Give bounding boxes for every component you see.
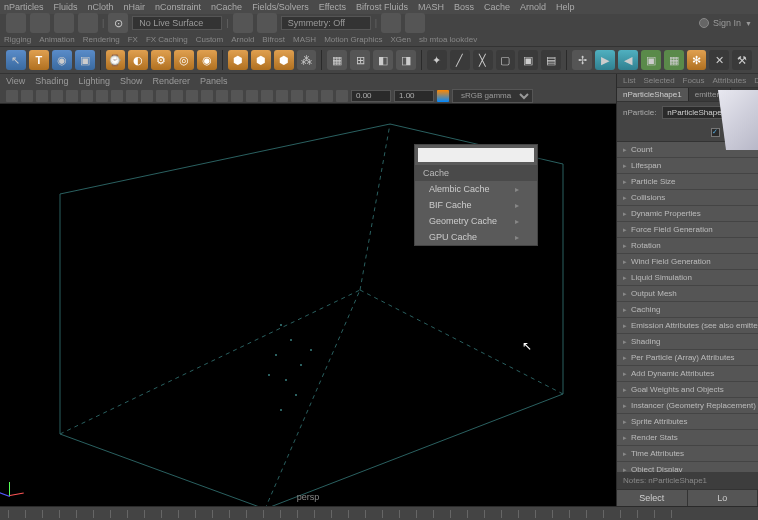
- vp-tool-23[interactable]: [336, 90, 348, 102]
- section-particle-size[interactable]: Particle Size: [617, 174, 758, 190]
- tool-x-icon[interactable]: ✕: [709, 50, 729, 70]
- section-goal[interactable]: Goal Weights and Objects: [617, 382, 758, 398]
- menu-effects[interactable]: Effects: [319, 2, 346, 12]
- section-caching[interactable]: Caching: [617, 302, 758, 318]
- vp-menu-shading[interactable]: Shading: [35, 76, 68, 86]
- menu-boss[interactable]: Boss: [454, 2, 474, 12]
- tool-brush2-icon[interactable]: ╳: [473, 50, 493, 70]
- tool-select-icon[interactable]: ↖: [6, 50, 26, 70]
- tool-hex1-icon[interactable]: ⬢: [228, 50, 248, 70]
- magnet-icon[interactable]: ⊙: [108, 13, 128, 33]
- tool-gen3-icon[interactable]: ◧: [373, 50, 393, 70]
- vp-tool-2[interactable]: [21, 90, 33, 102]
- shelf-icon-1[interactable]: [6, 13, 26, 33]
- tool-text-icon[interactable]: T: [29, 50, 49, 70]
- vp-tool-22[interactable]: [321, 90, 333, 102]
- tool-gen4-icon[interactable]: ◨: [396, 50, 416, 70]
- section-emission[interactable]: Emission Attributes (see also emitter ta…: [617, 318, 758, 334]
- tab-xgen[interactable]: XGen: [390, 35, 410, 44]
- shelf-icon-4[interactable]: [78, 13, 98, 33]
- live-surface-dropdown[interactable]: No Live Surface: [132, 16, 222, 30]
- vp-tool-17[interactable]: [246, 90, 258, 102]
- tool-gen1-icon[interactable]: ▦: [327, 50, 347, 70]
- vp-tool-21[interactable]: [306, 90, 318, 102]
- menu-ncache[interactable]: nCache: [211, 2, 242, 12]
- vp-tool-18[interactable]: [261, 90, 273, 102]
- context-item-alembic[interactable]: Alembic Cache▸: [415, 181, 537, 197]
- select-button[interactable]: Select: [617, 490, 688, 506]
- tab-mash[interactable]: MASH: [293, 35, 316, 44]
- tool-circle-icon[interactable]: ◉: [52, 50, 72, 70]
- vp-tool-10[interactable]: [141, 90, 153, 102]
- tab-rigging[interactable]: Rigging: [4, 35, 31, 44]
- tool-gear-icon[interactable]: ⚙: [151, 50, 171, 70]
- section-liquid[interactable]: Liquid Simulation: [617, 270, 758, 286]
- vp-tool-8[interactable]: [111, 90, 123, 102]
- tool-target-icon[interactable]: ◎: [174, 50, 194, 70]
- frame-end-field[interactable]: [394, 90, 434, 102]
- tool-misc1-icon[interactable]: ✢: [572, 50, 592, 70]
- tab-rendering[interactable]: Rendering: [83, 35, 120, 44]
- tool-hex3-icon[interactable]: ⬢: [274, 50, 294, 70]
- tab-fx[interactable]: FX: [128, 35, 138, 44]
- tab-mograph[interactable]: Motion Graphics: [324, 35, 382, 44]
- timeline[interactable]: [0, 506, 758, 520]
- attr-tab-focus[interactable]: Focus: [683, 76, 705, 85]
- context-item-bif[interactable]: BIF Cache▸: [415, 197, 537, 213]
- tool-link-icon[interactable]: ⁂: [297, 50, 317, 70]
- vp-menu-renderer[interactable]: Renderer: [152, 76, 190, 86]
- tool-bullet-icon[interactable]: ▶: [595, 50, 615, 70]
- tool-spiral-icon[interactable]: ◉: [197, 50, 217, 70]
- vp-tool-20[interactable]: [291, 90, 303, 102]
- tab-custom[interactable]: Custom: [196, 35, 224, 44]
- section-collisions[interactable]: Collisions: [617, 190, 758, 206]
- vp-tool-12[interactable]: [171, 90, 183, 102]
- section-sprite[interactable]: Sprite Attributes: [617, 414, 758, 430]
- attr-tab-display[interactable]: Display: [754, 76, 758, 85]
- menu-nparticles[interactable]: nParticles: [4, 2, 44, 12]
- tool-square-icon[interactable]: ▣: [75, 50, 95, 70]
- vp-tool-5[interactable]: [66, 90, 78, 102]
- vp-tool-14[interactable]: [201, 90, 213, 102]
- section-object-display[interactable]: Object Display: [617, 462, 758, 472]
- menu-nconstraint[interactable]: nConstraint: [155, 2, 201, 12]
- context-search-input[interactable]: [418, 148, 534, 162]
- tool-brush-icon[interactable]: ╱: [450, 50, 470, 70]
- section-add-dynamic[interactable]: Add Dynamic Attributes: [617, 366, 758, 382]
- tool-clock-icon[interactable]: ⌚: [106, 50, 126, 70]
- tool-cube2-icon[interactable]: ▦: [664, 50, 684, 70]
- tool-cross-icon[interactable]: ✦: [427, 50, 447, 70]
- vp-tool-1[interactable]: [6, 90, 18, 102]
- tool-box2-icon[interactable]: ▣: [518, 50, 538, 70]
- shelf-icon-5[interactable]: [233, 13, 253, 33]
- menu-ncloth[interactable]: nCloth: [88, 2, 114, 12]
- vp-tool-15[interactable]: [216, 90, 228, 102]
- vp-tool-19[interactable]: [276, 90, 288, 102]
- tool-bullet2-icon[interactable]: ◀: [618, 50, 638, 70]
- vp-menu-panels[interactable]: Panels: [200, 76, 228, 86]
- vp-menu-lighting[interactable]: Lighting: [78, 76, 110, 86]
- vp-menu-show[interactable]: Show: [120, 76, 143, 86]
- tool-gen2-icon[interactable]: ⊞: [350, 50, 370, 70]
- shelf-icon-6[interactable]: [257, 13, 277, 33]
- vp-tool-color[interactable]: [437, 90, 449, 102]
- attr-tab-list[interactable]: List: [623, 76, 635, 85]
- menu-mash[interactable]: MASH: [418, 2, 444, 12]
- section-force-field[interactable]: Force Field Generation: [617, 222, 758, 238]
- menu-nhair[interactable]: nHair: [124, 2, 146, 12]
- tab-fxcaching[interactable]: FX Caching: [146, 35, 188, 44]
- symmetry-dropdown[interactable]: Symmetry: Off: [281, 16, 371, 30]
- shelf-icon-7[interactable]: [381, 13, 401, 33]
- vp-tool-6[interactable]: [81, 90, 93, 102]
- obj-tab-nparticleshape[interactable]: nParticleShape1: [617, 88, 689, 101]
- viewport-3d[interactable]: Cache Alembic Cache▸ BIF Cache▸ Geometry…: [0, 104, 616, 506]
- frame-start-field[interactable]: [351, 90, 391, 102]
- menu-fluids[interactable]: Fluids: [54, 2, 78, 12]
- tool-wrench-icon[interactable]: ⚒: [732, 50, 752, 70]
- menu-help[interactable]: Help: [556, 2, 575, 12]
- section-wind-field[interactable]: Wind Field Generation: [617, 254, 758, 270]
- main-menubar[interactable]: nParticles Fluids nCloth nHair nConstrai…: [0, 0, 758, 14]
- context-item-geometry[interactable]: Geometry Cache▸: [415, 213, 537, 229]
- context-item-gpu[interactable]: GPU Cache▸: [415, 229, 537, 245]
- tab-arnold[interactable]: Arnold: [231, 35, 254, 44]
